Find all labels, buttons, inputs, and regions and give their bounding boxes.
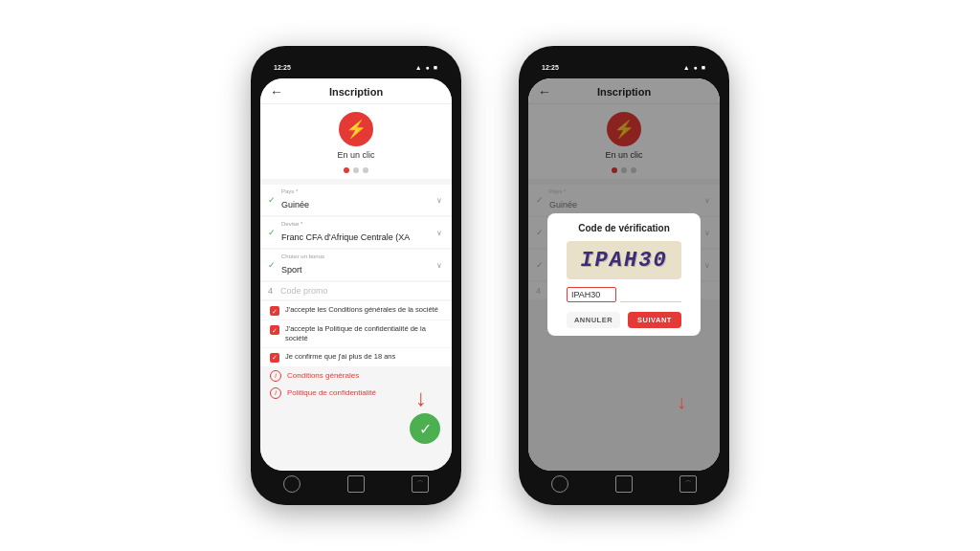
checkbox-icon-1-2: ✓ bbox=[270, 325, 279, 335]
back-arrow-1[interactable]: ← bbox=[270, 84, 283, 99]
arrow-annotation-1: ↓ bbox=[415, 385, 427, 411]
captcha-input-row: IPAH30 bbox=[567, 287, 681, 302]
cancel-button[interactable]: ANNULER bbox=[567, 312, 620, 328]
checkbox-1-2[interactable]: ✓ J'accepte la Politique de confidential… bbox=[260, 320, 452, 347]
checkbox-text-1-1: J'accepte les Conditions générales de la… bbox=[285, 305, 438, 315]
checkbox-icon-1-1: ✓ bbox=[270, 306, 279, 316]
phone-notch-2 bbox=[590, 57, 657, 75]
devise-value-1: Franc CFA d'Afrique Centrale (XA bbox=[281, 232, 410, 242]
app-header-1: ← Inscription bbox=[260, 78, 452, 104]
status-time-2: 12:25 bbox=[542, 64, 559, 71]
suivant-button[interactable]: SUIVANT bbox=[628, 312, 681, 328]
link-row-1-1[interactable]: i Conditions générales bbox=[260, 367, 452, 385]
screen-1: ← Inscription ⚡ En un clic ✓ Pays * Guin… bbox=[260, 78, 452, 471]
logo-section-1: ⚡ En un clic bbox=[260, 104, 452, 164]
field-devise-1[interactable]: ✓ Devise * Franc CFA d'Afrique Centrale … bbox=[260, 217, 452, 248]
pays-arrow-1: ∨ bbox=[436, 196, 442, 205]
phone-1: 12:25 ▲ ● ■ ← Inscription ⚡ En un clic ✓ bbox=[251, 46, 461, 505]
pays-label-1: Pays * bbox=[281, 188, 309, 194]
bonus-label-1: Choisir un bonus bbox=[281, 253, 324, 259]
link-text-1-1: Conditions générales bbox=[287, 371, 359, 380]
check-devise-1: ✓ bbox=[268, 228, 276, 237]
header-title-1: Inscription bbox=[329, 86, 383, 98]
nav-square-2[interactable] bbox=[615, 475, 633, 493]
dot-1-3 bbox=[363, 167, 368, 173]
link-text-1-2: Politique de confidentialité bbox=[287, 388, 376, 397]
status-icons-2: ▲ ● ■ bbox=[683, 64, 706, 71]
dialog-overlay-2: Code de vérification IPAH30 IPAH30 ANNUL… bbox=[528, 78, 720, 471]
field-bonus-1[interactable]: ✓ Choisir un bonus Sport ∨ bbox=[260, 250, 452, 280]
captcha-underline bbox=[620, 301, 681, 302]
captcha-image: IPAH30 bbox=[567, 241, 681, 279]
dialog-title: Code de vérification bbox=[578, 223, 670, 233]
devise-arrow-1: ∨ bbox=[436, 229, 442, 237]
nav-back-2[interactable]: ⌒ bbox=[679, 475, 697, 493]
checkbox-icon-1-3: ✓ bbox=[270, 353, 279, 363]
checkbox-1-1[interactable]: ✓ J'accepte les Conditions générales de … bbox=[260, 301, 452, 320]
phone-2: 12:25 ▲ ● ■ ← Inscription ⚡ En un clic ✓ bbox=[519, 46, 729, 505]
bonus-arrow-1: ∨ bbox=[436, 261, 442, 270]
bottom-nav-1: ⌒ bbox=[260, 474, 452, 494]
bolt-icon-1: ⚡ bbox=[345, 121, 367, 138]
verification-dialog: Code de vérification IPAH30 IPAH30 ANNUL… bbox=[547, 213, 701, 336]
captcha-input-display: IPAH30 bbox=[567, 287, 616, 302]
info-icon-1-2: i bbox=[270, 387, 281, 399]
bonus-value-1: Sport bbox=[281, 265, 302, 275]
confirm-check-icon-1: ✓ bbox=[419, 420, 432, 438]
arrow-annotation-2: ↓ bbox=[677, 391, 686, 413]
confirm-button-1[interactable]: ✓ bbox=[410, 413, 440, 444]
checkbox-text-1-3: Je confirme que j'ai plus de 18 ans bbox=[285, 352, 395, 362]
screen-2: ← Inscription ⚡ En un clic ✓ Pays * Guin… bbox=[528, 78, 720, 471]
pagination-1 bbox=[260, 164, 452, 179]
nav-circle-2[interactable] bbox=[551, 475, 568, 493]
promo-number-1: 4 bbox=[268, 286, 273, 296]
dot-1-1 bbox=[344, 167, 349, 173]
nav-circle-1[interactable] bbox=[283, 475, 301, 493]
check-bonus-1: ✓ bbox=[268, 260, 276, 270]
nav-back-1[interactable]: ⌒ bbox=[412, 475, 429, 493]
field-pays-1[interactable]: ✓ Pays * Guinée ∨ bbox=[260, 185, 452, 215]
dot-1-2 bbox=[353, 167, 359, 173]
status-time-1: 12:25 bbox=[274, 64, 291, 71]
field-promo-1[interactable]: 4 Code promo bbox=[260, 282, 452, 299]
checkbox-text-1-2: J'accepte la Politique de confidentialit… bbox=[285, 324, 442, 343]
captcha-text: IPAH30 bbox=[580, 249, 667, 273]
pays-value-1: Guinée bbox=[281, 200, 309, 209]
devise-label-1: Devise * bbox=[281, 221, 410, 227]
phone-notch-1 bbox=[323, 57, 390, 75]
checkbox-1-3[interactable]: ✓ Je confirme que j'ai plus de 18 ans bbox=[260, 348, 452, 366]
dialog-buttons: ANNULER SUIVANT bbox=[567, 312, 681, 328]
check-pays-1: ✓ bbox=[268, 195, 276, 205]
info-icon-1-1: i bbox=[270, 370, 281, 382]
nav-square-1[interactable] bbox=[347, 475, 365, 493]
promo-placeholder-1: Code promo bbox=[280, 286, 328, 296]
status-icons-1: ▲ ● ■ bbox=[415, 64, 438, 71]
bottom-nav-2: ⌒ bbox=[528, 474, 720, 494]
logo-text-1: En un clic bbox=[337, 150, 374, 160]
logo-circle-1: ⚡ bbox=[339, 112, 373, 146]
